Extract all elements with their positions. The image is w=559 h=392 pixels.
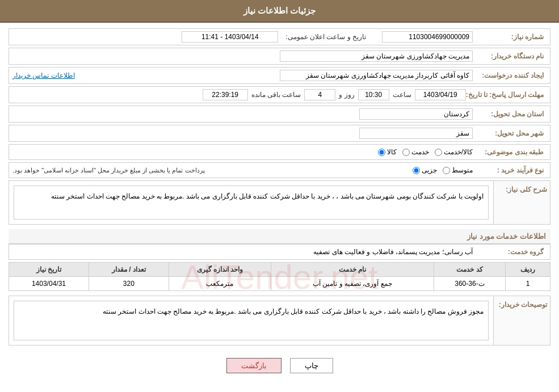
col-name: نام خدمت	[271, 263, 434, 277]
creator-value: کاوه آقائی کاربرداز مدیریت جهادکشاورزی ش…	[280, 70, 473, 81]
col-unit: واحد اندازه گیری	[169, 263, 271, 277]
deadline-time-label: ساعت	[393, 91, 411, 99]
category-kala-khedmat-label: کالا/خدمت	[444, 148, 473, 156]
page-header: جزئیات اطلاعات نیاز	[0, 0, 559, 23]
col-row-num: ردیف	[506, 263, 550, 277]
category-label: طبقه بندی موضوعی:	[473, 148, 547, 156]
category-khedmat-label: خدمت	[411, 148, 429, 156]
category-options: کالا/خدمت خدمت کالا	[12, 148, 473, 156]
purchase-option-jozi[interactable]: جزیی	[413, 166, 437, 174]
purchase-motavaset-radio[interactable]	[443, 167, 450, 174]
buyer-org-label: نام دستگاه خریدار:	[473, 52, 547, 60]
deadline-time: 10:30	[358, 89, 389, 100]
description-label: شرح کلی نیاز:	[493, 181, 550, 224]
purchase-radio-group: متوسط جزیی	[413, 166, 473, 174]
category-kala-khedmat-radio[interactable]	[435, 149, 442, 156]
purchase-type-row: نوع فرآیند خرید : متوسط جزیی پرداخت تمام…	[9, 162, 550, 178]
cell-quantity: 320	[89, 277, 169, 291]
buyer-desc-value: مجوز فروش مصالح را داشته باشد ، خرید با …	[9, 296, 493, 345]
description-text: اولویت با شرکت کنندگان بومی شهرستان می ب…	[14, 186, 489, 220]
buyer-desc-text: مجوز فروش مصالح را داشته باشد ، خرید با …	[14, 301, 489, 340]
contact-info-link[interactable]: اطلاعات تماس خریدار	[12, 71, 75, 79]
cell-code: ت-36-360	[434, 277, 506, 291]
category-kala-label: کالا	[387, 148, 397, 156]
announce-date-label: تاریخ و ساعت اعلان عمومی:	[281, 33, 371, 41]
province-value: کردستان	[12, 108, 473, 120]
province-row: استان محل تحویل: کردستان	[9, 106, 550, 123]
back-button[interactable]: بازگشت	[226, 358, 281, 373]
purchase-type-section: متوسط جزیی پرداخت تمام یا بخشی از مبلغ خ…	[12, 166, 473, 174]
deadline-section: 1403/04/19 ساعت 10:30 روز و 4 ساعت باقی …	[12, 89, 466, 100]
deadline-day-label: روز و	[339, 91, 354, 99]
description-value: اولویت با شرکت کنندگان بومی شهرستان می ب…	[9, 181, 493, 224]
services-table-section: ردیف کد خدمت نام خدمت واحد اندازه گیری ت…	[9, 262, 550, 291]
announce-date-section: 1103004699000009 تاریخ و ساعت اعلان عموم…	[12, 31, 473, 43]
buyer-desc-section: توصیحات خریدار: مجوز فروش مصالح را داشته…	[9, 296, 550, 345]
col-date: تاریخ نیاز	[9, 263, 89, 277]
cell-row-num: 1	[506, 277, 550, 291]
deadline-date: 1403/04/19	[415, 89, 466, 100]
table-header-row: ردیف کد خدمت نام خدمت واحد اندازه گیری ت…	[9, 263, 550, 277]
deadline-remaining-label: ساعت باقی مانده	[251, 91, 301, 99]
category-khedmat-radio[interactable]	[402, 149, 410, 156]
description-section: شرح کلی نیاز: اولویت با شرکت کنندگان بوم…	[9, 180, 550, 225]
purchase-jozi-radio[interactable]	[413, 167, 420, 174]
print-button[interactable]: چاپ	[290, 358, 333, 373]
watermark-area: ردیف کد خدمت نام خدمت واحد اندازه گیری ت…	[9, 262, 550, 291]
province-text: کردستان	[359, 108, 473, 120]
deadline-time-row: 1403/04/19 ساعت 10:30 روز و 4 ساعت باقی …	[12, 89, 466, 100]
service-group-row: گروه خدمت: آب رسانی؛ مدیریت پسماند، فاضل…	[9, 244, 550, 260]
table-row: 1 ت-36-360 جمع آوری، تصفیه و تامین آب مت…	[9, 277, 550, 291]
purchase-note: پرداخت تمام یا بخشی از مبلغ خریدار محل "…	[12, 167, 205, 174]
need-number-value: 1103004699000009	[382, 31, 473, 43]
category-option-kala-khedmat[interactable]: کالا/خدمت	[435, 148, 473, 156]
main-content: شماره نیاز: 1103004699000009 تاریخ و ساع…	[0, 23, 559, 386]
announce-date-value: 1403/04/14 - 11:41	[182, 31, 278, 43]
creator-row: ایجاد کننده درخواست: کاوه آقائی کاربرداز…	[9, 67, 550, 84]
city-label: شهر محل تحویل:	[473, 129, 547, 137]
cell-unit: مترمکعب	[169, 277, 271, 291]
category-row: طبقه بندی موضوعی: کالا/خدمت خدمت کالا	[9, 144, 550, 160]
need-number-label: شماره نیاز:	[473, 33, 547, 41]
category-kala-radio[interactable]	[378, 149, 385, 156]
purchase-option-motavaset[interactable]: متوسط	[443, 166, 473, 174]
need-number-section: 1103004699000009 تاریخ و ساعت اعلان عموم…	[12, 31, 473, 43]
city-row: شهر محل تحویل: سقز	[9, 125, 550, 142]
deadline-remaining: 22:39:19	[203, 89, 248, 100]
services-title: اطلاعات خدمات مورد نیاز	[9, 229, 550, 244]
category-radio-group: کالا/خدمت خدمت کالا	[12, 148, 473, 156]
city-text: سقز	[359, 128, 473, 139]
service-group-label: گروه خدمت:	[473, 248, 547, 256]
col-quantity: تعداد / مقدار	[89, 263, 169, 277]
service-group-text: آب رسانی؛ مدیریت پسماند، فاضلاب و فعالیت…	[313, 248, 473, 256]
page-wrapper: جزئیات اطلاعات نیاز شماره نیاز: 11030046…	[0, 0, 559, 392]
purchase-jozi-label: جزیی	[422, 166, 437, 174]
need-number-row: شماره نیاز: 1103004699000009 تاریخ و ساع…	[9, 28, 550, 45]
header-title: جزئیات اطلاعات نیاز	[243, 6, 316, 15]
deadline-row: مهلت ارسال پاسخ: تا تاریخ: 1403/04/19 سا…	[9, 86, 550, 103]
buttons-row: چاپ بازگشت	[9, 351, 550, 380]
cell-date: 1403/04/31	[9, 277, 89, 291]
province-label: استان محل تحویل:	[473, 110, 547, 118]
buyer-org-row: نام دستگاه خریدار: مدیریت جهادکشاورزی شه…	[9, 48, 550, 65]
creator-label: ایجاد کننده درخواست:	[473, 71, 547, 79]
city-value: سقز	[12, 128, 473, 139]
creator-section: کاوه آقائی کاربرداز مدیریت جهادکشاورزی ش…	[12, 70, 473, 81]
cell-name: جمع آوری، تصفیه و تامین آب	[271, 277, 434, 291]
buyer-desc-label: توصیحات خریدار:	[493, 296, 550, 345]
col-code: کد خدمت	[434, 263, 506, 277]
deadline-label: مهلت ارسال پاسخ: تا تاریخ:	[466, 91, 547, 99]
purchase-motavaset-label: متوسط	[452, 166, 473, 174]
buyer-org-text: مدیریت جهادکشاورزی شهرستان سقز	[280, 50, 473, 62]
category-option-kala[interactable]: کالا	[378, 148, 397, 156]
purchase-type-label: نوع فرآیند خرید :	[473, 166, 547, 174]
buyer-org-value: مدیریت جهادکشاورزی شهرستان سقز	[12, 50, 473, 62]
deadline-days: 4	[304, 89, 335, 100]
category-option-khedmat[interactable]: خدمت	[402, 148, 429, 156]
services-table: ردیف کد خدمت نام خدمت واحد اندازه گیری ت…	[9, 262, 550, 291]
service-group-value: آب رسانی؛ مدیریت پسماند، فاضلاب و فعالیت…	[12, 248, 473, 256]
